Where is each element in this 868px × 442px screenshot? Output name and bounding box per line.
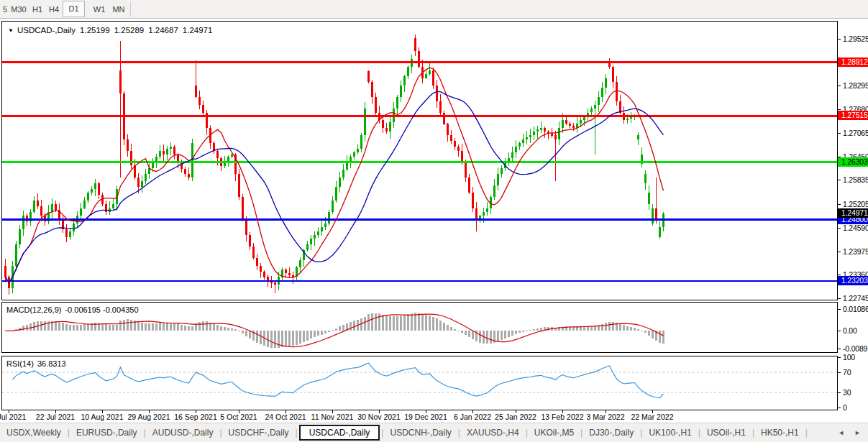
macd-bar [159,323,161,331]
chevron-down-icon[interactable]: ▼ [8,27,14,34]
timeframe-button-H4[interactable]: H4 [47,2,60,17]
macd-bar [127,319,129,331]
macd-bar [457,331,460,331]
macd-axis-label: 0.010869 [843,305,868,313]
macd-bar [141,323,143,331]
date-label: 22 Jul 2021 [36,413,75,421]
tab-scroll-right-button[interactable]: ► [854,429,861,436]
date-axis[interactable]: 4 Jul 202122 Jul 202110 Aug 202129 Aug 2… [1,410,838,422]
macd-bar [130,320,132,331]
tab-hk50-h1[interactable]: HK50-,H1 [754,425,805,440]
candle-body [274,282,276,285]
rsi-panel[interactable]: RSI(14)36.8313 [1,356,838,410]
rsi-axis-label: 30 [843,388,851,397]
candle-body [612,67,614,82]
macd-bar [76,325,78,331]
price-tick-label: 1.27065 [843,129,868,137]
macd-bar [634,328,636,331]
candle-body [590,109,593,112]
price-tick-dash [838,275,841,275]
price-tick-label: 1.23975 [843,247,868,256]
rsi-axis-dash [838,408,841,408]
candle-body [360,135,362,149]
candle-body [346,162,348,170]
timeframe-button-5[interactable]: 5 [1,2,9,17]
macd-panel[interactable]: MACD(12,26,9)-0.006195 -0.004350 [1,302,838,353]
hline-1.27515[interactable] [2,115,837,117]
tab-usdcnh-daily[interactable]: USDCNH-,Daily [383,425,457,440]
macd-bar [382,315,384,331]
macd-bar [461,331,463,333]
tab-scroll-left-button[interactable]: ◄ [838,429,844,436]
tab-usdchf-daily[interactable]: USDCHF-,Daily [222,425,296,440]
price-tick-label: 1.22745 [843,294,868,303]
timeframe-button-H1[interactable]: H1 [31,2,44,17]
main-chart-panel[interactable]: ▼USDCAD-,Daily1.251991.252891.246871.249… [1,21,838,300]
candle-body [249,235,251,247]
date-label: 29 Aug 2021 [128,413,170,421]
tab-separator: | [296,428,298,438]
candle-body [501,168,503,174]
tab-usdcad-daily[interactable]: USDCAD-,Daily [299,425,380,441]
rsi-axis-label: 100 [843,353,855,362]
tab-uk100-h1[interactable]: UK100-,H1 [642,425,698,440]
candle-body [328,212,330,224]
candle-body [321,227,323,231]
macd-bar [350,322,352,331]
hline-1.28912[interactable] [2,61,837,63]
date-label: 30 Nov 2021 [357,413,401,421]
price-axis[interactable]: 1.295251.282951.276801.270651.264501.258… [838,19,868,421]
macd-bar [314,331,316,337]
macd-bar [109,325,111,331]
tab-dj30-daily[interactable]: DJ30-,Daily [583,425,640,440]
hline-1.26303[interactable] [2,161,837,163]
candle-body [544,128,546,132]
hline-1.23203[interactable] [2,280,837,282]
timeframe-button-MN[interactable]: MN [110,2,127,17]
candle-body [425,74,427,78]
tab-audusd-daily[interactable]: AUDUSD-,Daily [146,425,220,440]
hline-1.248[interactable] [2,218,837,221]
tab-usdx-weekly[interactable]: USDX,Weekly [0,425,68,440]
candle-body [263,272,265,277]
main-chart-canvas[interactable] [2,22,837,300]
macd-bar [105,324,107,331]
candle-body [317,231,319,235]
macd-axis-dash [838,331,841,331]
macd-bar [605,323,607,331]
timeframe-button-M30[interactable]: M30 [9,2,28,17]
macd-bar [389,316,391,331]
tab-eurusd-daily[interactable]: EURUSD-,Daily [70,425,144,440]
macd-bar [184,326,186,331]
macd-bar [652,331,654,339]
chart-title: ▼USDCAD-,Daily1.251991.252891.246871.249… [8,26,212,34]
tab-usoil-h1[interactable]: USOil-,H1 [700,425,752,440]
rsi-canvas[interactable] [2,356,837,410]
macd-bar [245,331,247,336]
candle-body [33,201,35,212]
price-tick-dash [838,252,841,252]
timeframe-button-D1[interactable]: D1 [63,1,85,17]
tab-ukoil-m5[interactable]: UKOil-,M5 [528,425,580,440]
macd-bar [173,323,175,331]
candle-body [166,149,168,155]
macd-bar [65,324,68,331]
macd-bar [421,314,424,331]
candle-body [22,216,24,229]
macd-bar [450,327,452,331]
candle-body [403,76,406,86]
macd-bar [612,322,614,331]
macd-bar [26,325,28,331]
candle-body [184,169,186,174]
candle-body [400,86,402,97]
macd-bar [518,331,521,333]
macd-bar [188,326,190,331]
timeframe-button-W1[interactable]: W1 [91,2,107,17]
tab-xauusd-h4[interactable]: XAUUSD-,H4 [460,425,526,440]
tab-scroll-arrows: ◄► [838,429,861,436]
moving-averages [6,68,664,282]
macd-name: MACD(12,26,9) [6,305,61,314]
macd-axis-dash [838,349,841,349]
candle-body [562,120,564,128]
macd-bar [220,326,222,331]
